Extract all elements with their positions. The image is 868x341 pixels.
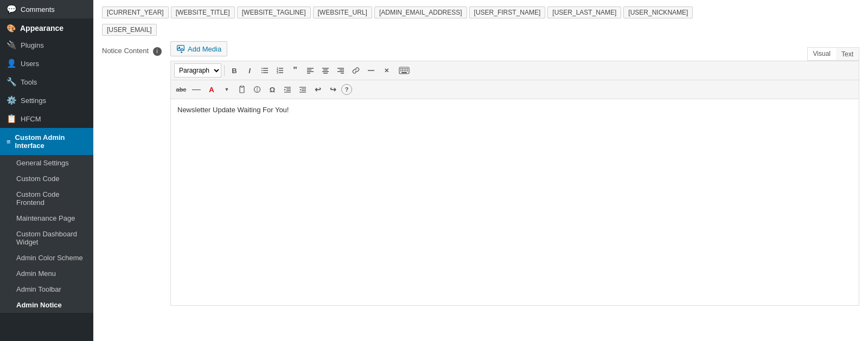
svg-rect-36 xyxy=(402,70,403,72)
ul-icon xyxy=(261,67,269,74)
svg-rect-31 xyxy=(402,68,403,69)
horizontal-rule-button[interactable]: — xyxy=(189,82,203,96)
align-center-button[interactable] xyxy=(318,63,333,78)
insert-custom-char[interactable] xyxy=(250,82,264,96)
tab-text[interactable]: Text xyxy=(836,48,859,60)
svg-rect-39 xyxy=(407,70,408,72)
align-right-button[interactable] xyxy=(334,63,348,78)
sidebar-item-plugins[interactable]: 🔌 Plugins xyxy=(0,36,93,54)
hr-button[interactable] xyxy=(364,63,378,78)
editor-wrapper: Paragraph B I 123 " xyxy=(170,61,859,306)
paste-icon xyxy=(238,86,246,93)
svg-rect-30 xyxy=(400,68,401,69)
users-icon: 👤 xyxy=(7,59,16,68)
svg-rect-32 xyxy=(404,68,405,69)
separator1 xyxy=(224,65,225,76)
keyboard-button[interactable] xyxy=(394,63,414,78)
toolbar-row2: abc — A ▼ Ω xyxy=(171,80,859,99)
align-left-icon xyxy=(307,67,314,74)
hr-icon xyxy=(367,67,375,74)
svg-rect-34 xyxy=(407,68,408,69)
sidebar: 💬 Comments 🎨 Appearance 🔌 Plugins 👤 User… xyxy=(0,0,93,341)
tag-user-last-name[interactable]: [USER_LAST_NAME] xyxy=(547,7,621,18)
sidebar-item-tools[interactable]: 🔧 Tools xyxy=(0,73,93,91)
submenu-custom-code[interactable]: Custom Code xyxy=(0,171,93,186)
tag-user-first-name[interactable]: [USER_FIRST_NAME] xyxy=(469,7,546,18)
align-left-button[interactable] xyxy=(303,63,317,78)
tag-website-title[interactable]: [WEBSITE_TITLE] xyxy=(171,7,235,18)
insert-wp-button[interactable] xyxy=(235,82,249,96)
strikethrough-button[interactable]: abc xyxy=(174,82,188,96)
sidebar-item-settings[interactable]: ⚙️ Settings xyxy=(0,91,93,110)
help-button[interactable]: ? xyxy=(341,84,352,95)
text-color-button[interactable]: A xyxy=(205,82,219,96)
align-center-icon xyxy=(322,67,329,74)
add-media-button[interactable]: Add Media xyxy=(170,41,227,56)
indent-icon xyxy=(284,86,291,93)
link-icon xyxy=(352,67,360,74)
italic-button[interactable]: I xyxy=(242,63,257,78)
sidebar-item-comments[interactable]: 💬 Comments xyxy=(0,0,93,18)
tag-user-email[interactable]: [USER_EMAIL] xyxy=(102,24,157,36)
submenu-general-settings[interactable]: General Settings xyxy=(0,155,93,171)
link-button[interactable] xyxy=(349,63,363,78)
tag-current-year[interactable]: [CURRENT_YEAR] xyxy=(102,7,169,18)
sidebar-item-appearance[interactable]: 🎨 Appearance xyxy=(0,18,93,36)
align-right-icon xyxy=(337,67,344,74)
redo-button[interactable]: ↪ xyxy=(326,82,340,96)
fullscreen-button[interactable]: ✕ xyxy=(379,63,393,78)
svg-rect-42 xyxy=(241,86,243,87)
editor-content-area[interactable]: Newsletter Update Waiting For You! xyxy=(171,99,859,305)
undo-button[interactable]: ↩ xyxy=(311,82,325,96)
outdent-button[interactable] xyxy=(296,82,310,96)
omega-button[interactable]: Ω xyxy=(265,82,279,96)
ol-icon: 123 xyxy=(276,67,284,74)
paragraph-select[interactable]: Paragraph xyxy=(174,63,221,78)
svg-point-8 xyxy=(261,70,263,71)
tools-icon: 🔧 xyxy=(7,77,16,87)
submenu-custom-dashboard-widget[interactable]: Custom Dashboard Widget xyxy=(0,226,93,250)
editor-col: Add Media Visual Text Paragraph B I xyxy=(170,41,859,306)
submenu-custom-code-frontend[interactable]: Custom Code Frontend xyxy=(0,186,93,210)
tag-admin-email[interactable]: [ADMIN_EMAIL_ADDRESS] xyxy=(374,7,467,18)
tag-website-tagline[interactable]: [WEBSITE_TAGLINE] xyxy=(237,7,311,18)
info-icon[interactable]: i xyxy=(153,47,162,56)
svg-rect-37 xyxy=(404,70,405,72)
plugins-icon: 🔌 xyxy=(7,40,16,50)
tab-visual[interactable]: Visual xyxy=(808,48,836,60)
keyboard-icon xyxy=(399,67,410,74)
add-media-icon xyxy=(176,44,185,53)
submenu-maintenance-page[interactable]: Maintenance Page xyxy=(0,210,93,226)
submenu-admin-toolbar[interactable]: Admin Toolbar xyxy=(0,281,93,297)
svg-text:3: 3 xyxy=(277,71,278,74)
unordered-list-button[interactable] xyxy=(258,63,272,78)
bold-button[interactable]: B xyxy=(227,63,241,78)
ordered-list-button[interactable]: 123 xyxy=(273,63,287,78)
svg-point-9 xyxy=(261,72,263,73)
submenu-admin-color-scheme[interactable]: Admin Color Scheme xyxy=(0,250,93,266)
main-content: [CURRENT_YEAR] [WEBSITE_TITLE] [WEBSITE_… xyxy=(93,0,868,341)
notice-label-col: Notice Content i xyxy=(102,41,162,306)
tag-user-nickname[interactable]: [USER_NICKNAME] xyxy=(623,7,693,18)
blockquote-button[interactable]: " xyxy=(288,63,302,78)
appearance-icon: 🎨 xyxy=(7,24,16,33)
sidebar-submenu: General Settings Custom Code Custom Code… xyxy=(0,155,93,313)
svg-rect-38 xyxy=(405,70,406,72)
svg-rect-35 xyxy=(400,70,401,72)
custom-char-icon xyxy=(253,86,261,93)
svg-rect-40 xyxy=(401,72,407,73)
submenu-admin-menu[interactable]: Admin Menu xyxy=(0,266,93,281)
comments-icon: 💬 xyxy=(7,4,16,14)
hfcm-icon: 📋 xyxy=(7,114,16,124)
sidebar-item-custom-admin-interface[interactable]: ≡ Custom Admin Interface xyxy=(0,128,93,155)
sidebar-item-hfcm[interactable]: 📋 HFCM xyxy=(0,110,93,128)
top-area: Add Media Visual Text xyxy=(170,41,859,61)
toolbar-row1: Paragraph B I 123 " xyxy=(171,61,859,80)
tag-website-url[interactable]: [WEBSITE_URL] xyxy=(313,7,372,18)
text-color-picker[interactable]: ▼ xyxy=(220,82,234,96)
indent-button[interactable] xyxy=(280,82,295,96)
tag-buttons-row: [CURRENT_YEAR] [WEBSITE_TITLE] [WEBSITE_… xyxy=(102,7,859,18)
submenu-admin-notice[interactable]: Admin Notice xyxy=(0,297,93,313)
sidebar-item-users[interactable]: 👤 Users xyxy=(0,54,93,73)
notice-content-label: Notice Content xyxy=(102,47,149,55)
